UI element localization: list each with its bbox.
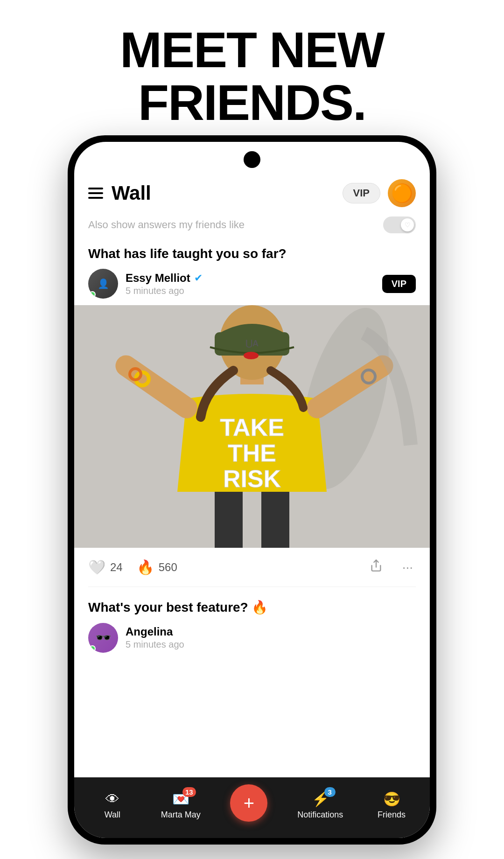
camera-notch <box>244 151 260 168</box>
post-2-author-name: Angelina <box>126 625 173 638</box>
post-2-online-indicator <box>89 645 96 652</box>
nav-wall[interactable]: 👁 Wall <box>94 791 131 820</box>
verified-icon: ✔ <box>194 272 203 284</box>
fire-count: 560 <box>159 561 177 574</box>
svg-text:⋃A: ⋃A <box>245 339 259 348</box>
vip-button[interactable]: VIP <box>343 183 380 203</box>
plus-icon: + <box>244 794 254 812</box>
hero-title: MEET NEW FRIENDS. <box>0 0 504 129</box>
notifications-badge: 3 <box>324 787 336 797</box>
app-title: Wall <box>112 182 151 204</box>
nav-marta[interactable]: 💌 13 Marta May <box>161 791 201 820</box>
create-post-button[interactable]: + <box>230 784 267 822</box>
like-count: 24 <box>110 561 123 574</box>
post-2-author-row: 🕶️ Angelina 5 minutes ago <box>74 623 430 659</box>
wall-label: Wall <box>105 810 120 820</box>
post-2-question: What's your best feature? 🔥 <box>74 594 430 622</box>
post-1-image: TAKE THE RISK <box>74 305 430 548</box>
post-1-author-row: 👤 Essy Melliot ✔ 5 minutes ago <box>74 269 430 305</box>
post-2-avatar[interactable]: 🕶️ <box>88 623 118 653</box>
friends-toggle-bar: Also show answers my friends like ♡ <box>74 212 430 238</box>
post-2: What's your best feature? 🔥 🕶️ Angelina <box>74 587 430 659</box>
friends-label: Friends <box>378 810 406 820</box>
heart-icon: 🤍 <box>88 559 105 575</box>
nav-friends[interactable]: 😎 Friends <box>373 791 410 820</box>
post-1-actions: 🤍 24 🔥 560 <box>74 548 430 587</box>
phone-wrapper: Wall VIP 🟠 Also show answers my friends … <box>68 135 436 845</box>
post-1-time: 5 minutes ago <box>126 286 203 296</box>
post-1-avatar[interactable]: 👤 <box>88 269 118 299</box>
phone-frame: Wall VIP 🟠 Also show answers my friends … <box>68 135 436 845</box>
user-avatar[interactable]: 🟠 <box>388 179 416 207</box>
post-2-time: 5 minutes ago <box>126 639 184 650</box>
post-1-author-name: Essy Melliot <box>126 272 190 285</box>
svg-text:THE: THE <box>228 440 276 467</box>
share-button[interactable] <box>367 556 385 578</box>
toggle-label: Also show answers my friends like <box>88 219 245 231</box>
app-content: Wall VIP 🟠 Also show answers my friends … <box>74 175 430 838</box>
fire-icon: 🔥 <box>137 559 154 575</box>
notifications-label: Notifications <box>297 810 343 820</box>
phone-screen: Wall VIP 🟠 Also show answers my friends … <box>74 142 430 838</box>
post-1: What has life taught you so far? 👤 Essy … <box>74 241 430 587</box>
marta-badge: 13 <box>182 787 196 797</box>
svg-text:TAKE: TAKE <box>220 414 284 441</box>
friends-toggle[interactable]: ♡ <box>383 216 416 233</box>
post-image-svg: TAKE THE RISK <box>74 305 430 548</box>
menu-icon[interactable] <box>88 188 103 199</box>
top-bar: Wall VIP 🟠 <box>74 175 430 212</box>
feed: What has life taught you so far? 👤 Essy … <box>74 241 430 777</box>
more-button[interactable]: ··· <box>399 557 416 578</box>
svg-text:RISK: RISK <box>223 465 281 492</box>
nav-notifications[interactable]: ⚡ 3 Notifications <box>297 791 343 820</box>
bottom-nav: 👁 Wall 💌 13 Marta May + <box>74 777 430 838</box>
fire-action[interactable]: 🔥 560 <box>137 559 177 575</box>
marta-label: Marta May <box>161 810 201 820</box>
post-1-question: What has life taught you so far? <box>74 241 430 269</box>
online-indicator <box>89 291 96 298</box>
post-1-vip-badge: VIP <box>382 275 416 293</box>
wall-icon: 👁 <box>105 791 119 807</box>
like-action[interactable]: 🤍 24 <box>88 559 123 575</box>
friends-icon: 😎 <box>383 791 400 807</box>
svg-point-17 <box>244 352 259 359</box>
